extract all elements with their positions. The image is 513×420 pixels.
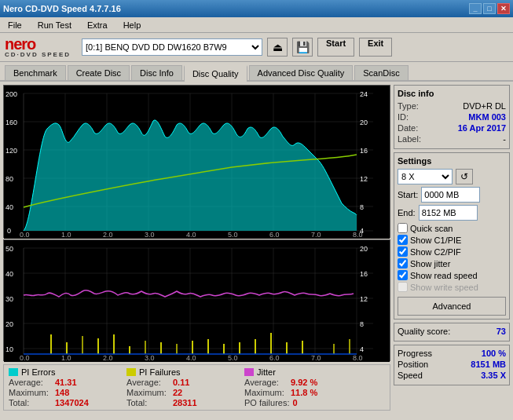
svg-text:8: 8 (360, 203, 364, 211)
pi-failures-avg-value: 0.11 (173, 378, 189, 387)
svg-text:12: 12 (360, 175, 368, 183)
progress-section: Progress 100 % Position 8151 MB Speed 3.… (394, 345, 510, 385)
svg-text:4.0: 4.0 (186, 231, 196, 239)
logo-main: nero (5, 36, 71, 52)
legend-pi-errors: PI Errors Average: 41.31 Maximum: 148 To… (9, 367, 111, 407)
jitter-po-label: PO failures: (244, 398, 289, 407)
svg-text:160: 160 (5, 119, 17, 126)
svg-text:12: 12 (360, 295, 368, 303)
advanced-button[interactable]: Advanced (398, 297, 506, 316)
quick-scan-checkbox[interactable] (398, 223, 408, 233)
show-read-speed-checkbox[interactable] (398, 270, 408, 280)
svg-text:8: 8 (360, 320, 364, 328)
content-area: 200 160 120 80 40 0 24 20 16 12 8 4 (0, 82, 513, 420)
svg-text:8.0: 8.0 (353, 231, 363, 239)
show-c2-pif-label: Show C2/PIF (410, 247, 461, 257)
disc-id-label: ID: (398, 112, 409, 122)
svg-text:0.0: 0.0 (20, 231, 30, 239)
svg-text:4.0: 4.0 (186, 354, 196, 362)
settings-refresh-button[interactable]: ↺ (456, 169, 473, 184)
pi-failures-total-label: Total: (126, 398, 170, 407)
jitter-avg-label: Average: (244, 378, 288, 387)
top-chart: 200 160 120 80 40 0 24 20 16 12 8 4 (3, 85, 390, 238)
tab-scandisc[interactable]: ScanDisc (354, 65, 408, 80)
jitter-color-indicator (244, 368, 254, 376)
svg-text:0: 0 (7, 227, 11, 235)
toolbar: nero CD·DVD SPEED [0:1] BENQ DVD DD DW16… (0, 33, 513, 62)
pi-errors-max-value: 148 (55, 388, 69, 397)
tab-create-disc[interactable]: Create Disc (68, 65, 130, 80)
show-write-speed-label: Show write speed (410, 283, 478, 292)
disc-type-label: Type: (398, 101, 419, 111)
end-input[interactable] (419, 205, 478, 221)
menu-bar: File Run Test Extra Help (0, 17, 513, 33)
tab-disc-quality[interactable]: Disc Quality (184, 65, 247, 82)
minimize-button[interactable]: _ (469, 3, 482, 14)
position-value: 8151 MB (471, 360, 506, 369)
jitter-avg-value: 9.92 % (291, 378, 317, 387)
speed-label: Speed (398, 371, 423, 380)
menu-file[interactable]: File (3, 19, 27, 31)
svg-text:1.0: 1.0 (61, 354, 71, 362)
svg-text:0.0: 0.0 (20, 354, 30, 362)
svg-text:7.0: 7.0 (311, 231, 321, 239)
pi-failures-title: PI Failures (139, 367, 181, 377)
maximize-button[interactable]: □ (483, 3, 496, 14)
svg-text:200: 200 (5, 90, 17, 98)
svg-text:40: 40 (5, 270, 13, 278)
bottom-chart: 50 40 30 20 10 20 16 12 8 4 0.0 1.0 (3, 239, 390, 361)
drive-select[interactable]: [0:1] BENQ DVD DD DW1620 B7W9 (82, 38, 262, 56)
eject-button[interactable]: ⏏ (267, 38, 288, 57)
tab-bar: Benchmark Create Disc Disc Info Disc Qua… (0, 62, 513, 82)
disc-label-value: - (503, 134, 506, 144)
disc-label-label: Label: (398, 134, 421, 144)
save-button[interactable]: 💾 (292, 38, 313, 57)
show-c1-pie-checkbox[interactable] (398, 235, 408, 245)
legend-pi-failures: PI Failures Average: 0.11 Maximum: 22 To… (126, 367, 229, 407)
show-jitter-checkbox[interactable] (398, 258, 408, 268)
pi-failures-max-value: 22 (173, 388, 182, 397)
pi-errors-avg-label: Average: (9, 378, 52, 387)
start-button[interactable]: Start (317, 38, 354, 57)
svg-text:30: 30 (5, 295, 13, 303)
jitter-title: Jitter (257, 367, 276, 377)
tab-benchmark[interactable]: Benchmark (5, 65, 66, 80)
bottom-chart-svg: 50 40 30 20 10 20 16 12 8 4 0.0 1.0 (4, 240, 390, 362)
menu-run-test[interactable]: Run Test (33, 19, 76, 31)
disc-date-label: Date: (398, 123, 418, 133)
legend-area: PI Errors Average: 41.31 Maximum: 148 To… (3, 364, 390, 411)
jitter-max-value: 11.8 % (291, 388, 317, 397)
disc-date-value: 16 Apr 2017 (458, 123, 506, 133)
settings-section: Settings 8 X ↺ Start: End: Qui (394, 152, 510, 320)
right-panel: Disc info Type: DVD+R DL ID: MKM 003 Dat… (394, 85, 510, 417)
exit-button[interactable]: Exit (359, 38, 392, 57)
pi-failures-avg-label: Average: (126, 378, 170, 387)
svg-text:16: 16 (360, 270, 368, 278)
svg-text:40: 40 (5, 203, 13, 211)
pi-errors-total-value: 1347024 (55, 398, 89, 407)
quick-scan-label: Quick scan (410, 224, 453, 233)
svg-text:3.0: 3.0 (145, 354, 155, 362)
pi-errors-color-indicator (9, 368, 18, 376)
speed-select[interactable]: 8 X (398, 169, 453, 184)
show-write-speed-checkbox[interactable] (398, 282, 408, 292)
svg-text:120: 120 (5, 147, 17, 155)
svg-text:5.0: 5.0 (228, 231, 238, 239)
pi-failures-color-indicator (126, 368, 136, 376)
pi-failures-max-label: Maximum: (126, 388, 170, 397)
svg-text:8.0: 8.0 (353, 354, 363, 362)
tab-advanced-disc-quality[interactable]: Advanced Disc Quality (249, 65, 354, 80)
show-read-speed-label: Show read speed (410, 271, 478, 280)
title-bar: Nero CD-DVD Speed 4.7.7.16 _ □ ✕ (0, 0, 513, 17)
quality-score-value: 73 (497, 327, 506, 336)
start-input[interactable] (421, 187, 480, 203)
menu-extra[interactable]: Extra (82, 19, 112, 31)
show-c2-pif-checkbox[interactable] (398, 247, 408, 257)
speed-value: 3.35 X (481, 371, 506, 380)
menu-help[interactable]: Help (119, 19, 146, 31)
close-button[interactable]: ✕ (497, 3, 510, 14)
svg-text:16: 16 (360, 147, 368, 155)
logo-sub: CD·DVD SPEED (5, 52, 71, 58)
tab-disc-info[interactable]: Disc Info (131, 65, 182, 80)
svg-text:2.0: 2.0 (103, 231, 113, 239)
